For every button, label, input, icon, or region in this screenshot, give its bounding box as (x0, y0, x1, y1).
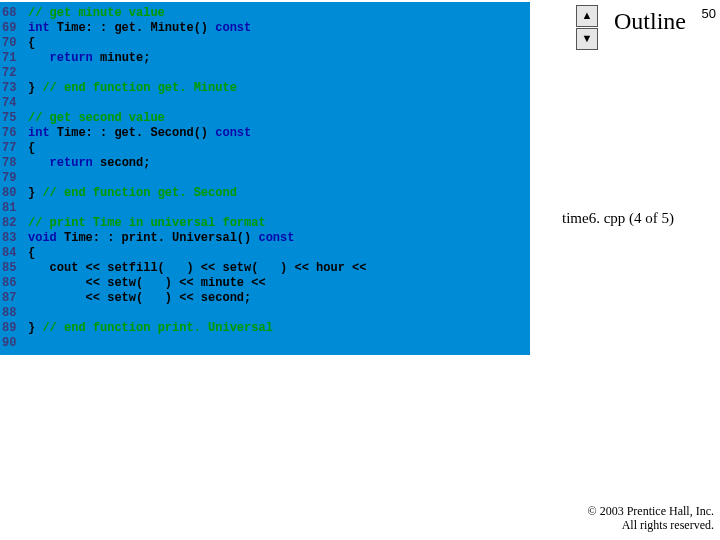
code-line-content: } // end function print. Universal (28, 321, 273, 336)
line-number: 75 (0, 111, 28, 126)
line-number: 70 (0, 36, 28, 51)
code-line-content: cout << setfill( ) << setw( ) << hour << (28, 261, 381, 276)
line-number: 89 (0, 321, 28, 336)
code-line: 84{ (0, 246, 530, 261)
line-number: 77 (0, 141, 28, 156)
code-line: 76int Time: : get. Second() const (0, 126, 530, 141)
code-line: 71 return minute; (0, 51, 530, 66)
code-line-content (28, 96, 35, 111)
copyright-line1: © 2003 Prentice Hall, Inc. (588, 504, 714, 518)
code-line: 81 (0, 201, 530, 216)
line-number: 73 (0, 81, 28, 96)
line-number: 78 (0, 156, 28, 171)
code-line-content: { (28, 141, 35, 156)
code-line-content: } // end function get. Second (28, 186, 237, 201)
code-line-content (28, 336, 35, 351)
code-line-content: } // end function get. Minute (28, 81, 237, 96)
code-line: 73} // end function get. Minute (0, 81, 530, 96)
nav-down-button[interactable]: ▼ (576, 28, 598, 50)
code-line-content: return minute; (28, 51, 150, 66)
code-line: 85 cout << setfill( ) << setw( ) << hour… (0, 261, 530, 276)
line-number: 87 (0, 291, 28, 306)
line-number: 90 (0, 336, 28, 351)
line-number: 76 (0, 126, 28, 141)
code-line: 90 (0, 336, 530, 351)
line-number: 80 (0, 186, 28, 201)
code-line-content (28, 201, 35, 216)
triangle-up-icon: ▲ (582, 9, 593, 21)
code-line-content: void Time: : print. Universal() const (28, 231, 294, 246)
code-line: 88 (0, 306, 530, 321)
page-number: 50 (702, 6, 716, 21)
triangle-down-icon: ▼ (582, 32, 593, 44)
line-number: 81 (0, 201, 28, 216)
file-progress-label: time6. cpp (4 of 5) (562, 210, 674, 227)
line-number: 88 (0, 306, 28, 321)
code-line: 89} // end function print. Universal (0, 321, 530, 336)
code-line-content (28, 171, 35, 186)
line-number: 84 (0, 246, 28, 261)
line-number: 83 (0, 231, 28, 246)
code-line-content (28, 66, 35, 81)
code-line: 82// print Time in universal format (0, 216, 530, 231)
code-line: 72 (0, 66, 530, 81)
code-line-content: // get second value (28, 111, 165, 126)
code-line-content: int Time: : get. Minute() const (28, 21, 251, 36)
outline-title: Outline (614, 8, 686, 35)
code-line-content: { (28, 36, 35, 51)
line-number: 72 (0, 66, 28, 81)
code-line-content: << setw( ) << second; (28, 291, 251, 306)
line-number: 69 (0, 21, 28, 36)
line-number: 85 (0, 261, 28, 276)
copyright-line2: All rights reserved. (622, 518, 714, 532)
line-number: 86 (0, 276, 28, 291)
code-line-content: << setw( ) << minute << (28, 276, 280, 291)
code-line-content: { (28, 246, 35, 261)
code-panel: 68// get minute value69int Time: : get. … (0, 2, 530, 355)
code-line: 86 << setw( ) << minute << (0, 276, 530, 291)
code-line-content (28, 306, 35, 321)
code-line: 69int Time: : get. Minute() const (0, 21, 530, 36)
code-line: 78 return second; (0, 156, 530, 171)
code-line: 74 (0, 96, 530, 111)
code-line: 87 << setw( ) << second; (0, 291, 530, 306)
line-number: 82 (0, 216, 28, 231)
code-line: 79 (0, 171, 530, 186)
nav-up-button[interactable]: ▲ (576, 5, 598, 27)
code-line-content: // print Time in universal format (28, 216, 266, 231)
code-line: 83void Time: : print. Universal() const (0, 231, 530, 246)
code-line-content: int Time: : get. Second() const (28, 126, 251, 141)
line-number: 74 (0, 96, 28, 111)
code-line-content: return second; (28, 156, 150, 171)
line-number: 71 (0, 51, 28, 66)
code-line: 68// get minute value (0, 6, 530, 21)
code-line: 80} // end function get. Second (0, 186, 530, 201)
code-line-content: // get minute value (28, 6, 165, 21)
code-line: 70{ (0, 36, 530, 51)
line-number: 79 (0, 171, 28, 186)
code-line: 77{ (0, 141, 530, 156)
copyright-notice: © 2003 Prentice Hall, Inc. All rights re… (588, 504, 714, 532)
line-number: 68 (0, 6, 28, 21)
code-line: 75// get second value (0, 111, 530, 126)
